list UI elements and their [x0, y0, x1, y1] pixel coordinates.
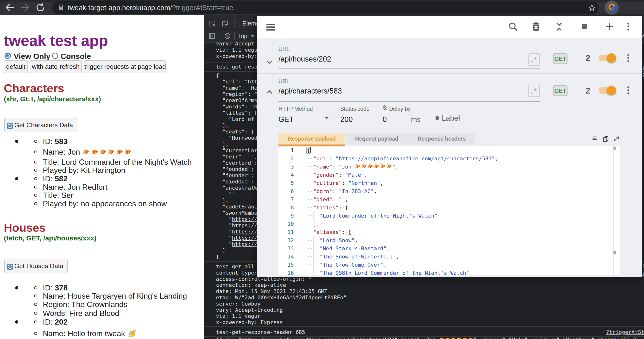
collapse-all-icon[interactable]	[554, 22, 564, 32]
default-button[interactable]: default	[4, 60, 28, 73]
tab-response-payload[interactable]: Response payload	[278, 133, 345, 144]
devtools-elements-tab[interactable]: Eleme	[242, 20, 260, 27]
wdot: ·	[313, 270, 316, 275]
tab-request-payload[interactable]: Request payload	[346, 133, 408, 144]
path	[436, 116, 440, 120]
tk-s: Night's	[393, 213, 415, 219]
wdot: ·	[336, 237, 338, 243]
bookmark-star-icon[interactable]	[588, 4, 596, 12]
wdot: ·	[310, 254, 313, 260]
delay-value[interactable]: 0	[382, 115, 387, 124]
console-link[interactable]: https://anapioficeandfire.com/api/charac…	[242, 336, 394, 339]
tk-s: Commander	[338, 213, 367, 219]
trigger-requests-button[interactable]: trigger requests at page load	[84, 60, 166, 73]
toggle-thumb[interactable]	[607, 86, 616, 95]
response-payload-editor[interactable]: 1{2··"url":·"https://anapioficeandfire.c…	[278, 146, 620, 275]
path	[21, 4, 28, 10]
regex-toggle-button[interactable]	[528, 85, 540, 97]
forward-arrow-icon[interactable]	[20, 2, 30, 13]
menu-icon[interactable]	[266, 24, 275, 30]
list-item: Played by: no appearances on show	[43, 200, 167, 208]
toggle-thumb[interactable]	[607, 53, 616, 63]
device-toolbar-icon[interactable]	[222, 20, 228, 27]
url-field-value[interactable]: /api/characters/583	[278, 87, 342, 96]
console-source-link[interactable]: ?triggerAtSt	[606, 329, 644, 336]
content-copy-icon[interactable]	[603, 136, 609, 142]
row-more-icon[interactable]	[628, 86, 629, 94]
row-more-icon[interactable]	[628, 54, 629, 62]
div	[266, 26, 275, 28]
radio-console-label[interactable]: Console	[60, 52, 91, 61]
inspect-element-icon[interactable]	[209, 20, 216, 27]
status-code-value[interactable]: 200	[340, 115, 353, 124]
get-characters-button[interactable]: Get Characters Data	[4, 118, 78, 132]
wdot: ·	[310, 246, 313, 252]
span: Get Houses Data	[14, 262, 64, 270]
tk-s: Crow-Come-Over"	[336, 262, 383, 268]
div	[628, 86, 629, 88]
wdot: ·	[310, 188, 313, 194]
method-chip: GET	[553, 85, 568, 96]
console-link[interactable]: htt	[248, 78, 257, 85]
radio-view-only[interactable]	[4, 53, 11, 59]
path	[226, 34, 229, 38]
format-align-left-icon[interactable]	[592, 136, 598, 142]
console-link[interactable]: https://	[232, 241, 257, 247]
url-field-label: URL	[278, 78, 290, 85]
circle-bullet	[34, 202, 37, 205]
back-arrow-icon[interactable]	[4, 2, 15, 13]
add-icon[interactable]	[604, 22, 615, 32]
console-link[interactable]: https://	[232, 216, 257, 222]
circle-bullet	[34, 186, 37, 189]
console-drawer-icon[interactable]	[208, 33, 215, 40]
use	[83, 150, 90, 154]
tab-response-headers[interactable]: Response headers	[408, 133, 475, 144]
radio-view-only-label[interactable]: View Only	[14, 52, 50, 61]
console-link[interactable]: https://	[232, 229, 257, 235]
open-in-full-icon[interactable]	[613, 136, 620, 142]
console-source-link[interactable]: ?tr	[642, 64, 644, 70]
http-method-value[interactable]: GET	[278, 115, 294, 124]
line-number: 3	[278, 163, 294, 171]
wdot: ·	[336, 164, 338, 170]
console-source-link[interactable]: ?tr	[642, 270, 644, 276]
tk-p: [	[348, 229, 351, 235]
auto-refresh-button[interactable]: with auto-refresh	[30, 60, 82, 73]
list-item: ID: 202	[43, 318, 68, 326]
tweak-extension-avatar[interactable]	[604, 0, 619, 15]
hit-count: 2	[586, 86, 590, 96]
stop-icon[interactable]	[579, 22, 590, 32]
context-caret-icon	[250, 34, 255, 38]
pizza-emoji	[468, 336, 474, 339]
console-context-selector[interactable]: top	[239, 33, 248, 40]
console-link[interactable]: https://	[232, 222, 257, 228]
more-options-icon[interactable]	[628, 22, 629, 30]
collapse-chevron-icon[interactable]	[265, 88, 274, 96]
reload-icon[interactable]	[35, 2, 46, 13]
expand-chevron-icon[interactable]	[265, 58, 274, 66]
console-source-link[interactable]: ?tr	[642, 72, 644, 78]
wdot: ·	[310, 229, 313, 235]
wdot: ·	[313, 246, 316, 252]
console-source-link[interactable]: ?tr	[642, 264, 644, 270]
label-field-placeholder[interactable]: Label	[442, 114, 460, 122]
editor-scrollbar-thumb[interactable]	[614, 147, 616, 150]
wdot: ·	[345, 180, 348, 186]
clear-console-icon[interactable]	[224, 33, 231, 40]
tk-k: "aliases"	[313, 229, 342, 235]
get-houses-button[interactable]: Get Houses Data	[4, 259, 68, 273]
search-icon[interactable]	[508, 22, 518, 32]
wdot: ·	[332, 262, 336, 268]
url-field-value[interactable]: /api/houses/202	[278, 55, 331, 64]
line-number: 2	[278, 154, 294, 163]
regex-toggle-button[interactable]	[528, 53, 540, 66]
radio-console[interactable]	[52, 53, 58, 59]
delete-all-icon[interactable]	[531, 22, 541, 32]
pizza-emoji	[361, 163, 367, 170]
wdot: ·	[316, 254, 320, 260]
select-arrow-icon[interactable]	[324, 117, 329, 119]
path	[557, 28, 561, 30]
url-bar[interactable]: tweak-target-app.herokuapp.com/?triggerA…	[52, 1, 599, 14]
disc-bullet	[15, 140, 18, 143]
console-link[interactable]: https://	[232, 235, 257, 241]
